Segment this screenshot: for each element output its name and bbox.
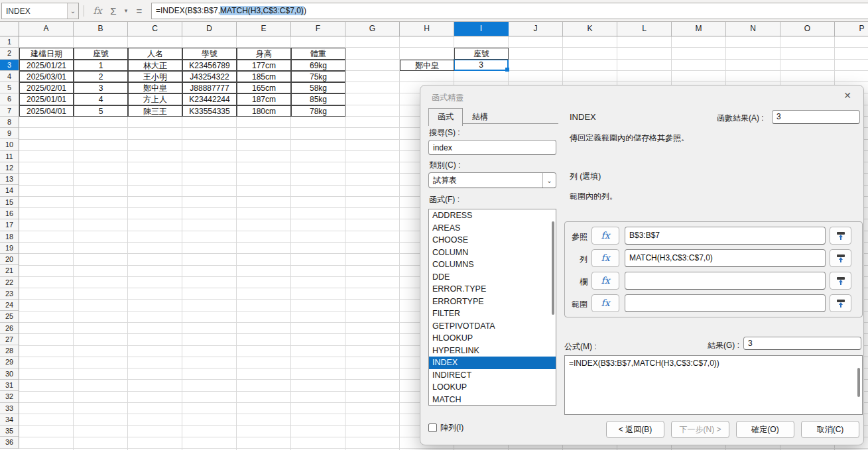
select-all-corner[interactable] — [0, 22, 19, 36]
row-header-23[interactable]: 23 — [0, 288, 19, 300]
row-header-11[interactable]: 11 — [0, 151, 19, 162]
cell-A4[interactable]: 2025/03/01 — [19, 71, 74, 82]
button-確定O[interactable]: 確定(O) — [736, 421, 794, 438]
formula-textarea[interactable]: =INDEX(B$3:B$7,MATCH(H3,C$3:C$7,0)) — [564, 355, 863, 415]
row-header-32[interactable]: 32 — [0, 391, 19, 402]
cell-C6[interactable]: 方上人 — [128, 93, 182, 105]
close-icon[interactable]: ✕ — [841, 90, 854, 101]
button-取消C[interactable]: 取消(C) — [801, 421, 859, 438]
function-item-ADDRESS[interactable]: ADDRESS — [429, 209, 556, 222]
row-header-2[interactable]: 2 — [0, 48, 19, 59]
column-header-M[interactable]: M — [672, 22, 726, 36]
array-checkbox-row[interactable]: 陣列(I) — [428, 422, 464, 433]
button-返回B[interactable]: < 返回(B) — [606, 421, 664, 438]
cell-E5[interactable]: 165cm — [237, 82, 291, 93]
function-item-MATCH[interactable]: MATCH — [429, 394, 556, 406]
shrink-button[interactable] — [830, 294, 851, 312]
row-header-18[interactable]: 18 — [0, 231, 19, 243]
cell-D4[interactable]: J43254322 — [182, 71, 237, 82]
row-header-7[interactable]: 7 — [0, 105, 19, 117]
cell-B3[interactable]: 1 — [74, 60, 128, 71]
function-item-AREAS[interactable]: AREAS — [429, 222, 556, 235]
cell-D6[interactable]: K23442244 — [182, 93, 237, 105]
column-header-A[interactable]: A — [19, 22, 74, 36]
fill-handle[interactable] — [505, 68, 509, 72]
cell-B2[interactable]: 座號 — [74, 48, 128, 59]
row-header-15[interactable]: 15 — [0, 197, 19, 208]
cell-B7[interactable]: 5 — [74, 105, 128, 117]
cell-E4[interactable]: 185cm — [237, 71, 291, 82]
cell-F3[interactable]: 69kg — [291, 60, 345, 71]
function-item-HYPERLINK[interactable]: HYPERLINK — [429, 345, 556, 357]
row-header-25[interactable]: 25 — [0, 311, 19, 322]
column-header-G[interactable]: G — [345, 22, 400, 36]
column-header-J[interactable]: J — [509, 22, 563, 36]
column-header-D[interactable]: D — [182, 22, 237, 36]
cell-C2[interactable]: 人名 — [128, 48, 182, 59]
row-header-24[interactable]: 24 — [0, 300, 19, 311]
column-header-K[interactable]: K — [563, 22, 617, 36]
row-header-31[interactable]: 31 — [0, 380, 19, 391]
column-header-P[interactable]: P — [835, 22, 868, 36]
cell-F5[interactable]: 58kg — [291, 82, 345, 93]
row-header-4[interactable]: 4 — [0, 71, 19, 82]
fx-button[interactable]: fx — [591, 249, 619, 267]
function-item-INDEX[interactable]: INDEX — [429, 357, 556, 369]
row-header-35[interactable]: 35 — [0, 425, 19, 437]
row-header-22[interactable]: 22 — [0, 277, 19, 288]
function-item-LOOKUP[interactable]: LOOKUP — [429, 381, 556, 394]
row-header-27[interactable]: 27 — [0, 334, 19, 345]
cell-D2[interactable]: 學號 — [182, 48, 237, 59]
function-item-FILTER[interactable]: FILTER — [429, 308, 556, 320]
row-header-19[interactable]: 19 — [0, 243, 19, 254]
argument-input-參照[interactable]: B$3:B$7 — [625, 227, 826, 245]
function-item-ERROR.TYPE[interactable]: ERROR.TYPE — [429, 283, 556, 296]
row-header-6[interactable]: 6 — [0, 93, 19, 105]
fx-button[interactable]: fx — [591, 272, 619, 290]
cell-I2[interactable]: 座號 — [454, 48, 509, 59]
column-header-L[interactable]: L — [617, 22, 672, 36]
sum-dropdown-icon[interactable]: ▾ — [122, 3, 130, 19]
column-header-E[interactable]: E — [237, 22, 291, 36]
cell-H3[interactable]: 鄭中皇 — [400, 60, 454, 71]
column-header-F[interactable]: F — [291, 22, 345, 36]
cell-A3[interactable]: 2025/01/21 — [19, 60, 74, 71]
cell-E6[interactable]: 187cm — [237, 93, 291, 105]
category-select[interactable]: 試算表 ⌄ — [428, 172, 556, 188]
column-header-O[interactable]: O — [780, 22, 835, 36]
cell-B5[interactable]: 3 — [74, 82, 128, 93]
row-header-9[interactable]: 9 — [0, 128, 19, 139]
function-item-COLUMN[interactable]: COLUMN — [429, 247, 556, 259]
name-box-dropdown-icon[interactable]: ⌄ — [67, 3, 78, 19]
cell-C5[interactable]: 鄭中皇 — [128, 82, 182, 93]
row-header-30[interactable]: 30 — [0, 368, 19, 380]
column-header-N[interactable]: N — [726, 22, 780, 36]
cell-B6[interactable]: 4 — [74, 93, 128, 105]
row-header-3[interactable]: 3 — [0, 60, 19, 71]
column-header-C[interactable]: C — [128, 22, 182, 36]
function-item-INDIRECT[interactable]: INDIRECT — [429, 369, 556, 382]
row-header-5[interactable]: 5 — [0, 82, 19, 93]
cell-F7[interactable]: 78kg — [291, 105, 345, 117]
row-header-8[interactable]: 8 — [0, 117, 19, 128]
cell-E7[interactable]: 180cm — [237, 105, 291, 117]
cell-A6[interactable]: 2025/01/01 — [19, 93, 74, 105]
row-header-1[interactable]: 1 — [0, 36, 19, 48]
cell-D3[interactable]: K23456789 — [182, 60, 237, 71]
cell-F6[interactable]: 85kg — [291, 93, 345, 105]
search-input[interactable] — [428, 140, 556, 155]
cell-B4[interactable]: 2 — [74, 71, 128, 82]
argument-input-欄[interactable] — [625, 272, 826, 290]
column-header-H[interactable]: H — [400, 22, 454, 36]
cell-C7[interactable]: 陳三王 — [128, 105, 182, 117]
cell-D5[interactable]: J88887777 — [182, 82, 237, 93]
cell-E3[interactable]: 177cm — [237, 60, 291, 71]
tab-結構[interactable]: 結構 — [463, 108, 497, 126]
row-header-26[interactable]: 26 — [0, 323, 19, 334]
row-header-28[interactable]: 28 — [0, 345, 19, 357]
column-header-B[interactable]: B — [74, 22, 128, 36]
argument-input-範圍[interactable] — [625, 294, 826, 312]
button-下一步N[interactable]: 下一步(N) > — [671, 421, 729, 438]
argument-input-列[interactable]: MATCH(H3,C$3:C$7,0) — [625, 249, 826, 267]
cell-E2[interactable]: 身高 — [237, 48, 291, 59]
